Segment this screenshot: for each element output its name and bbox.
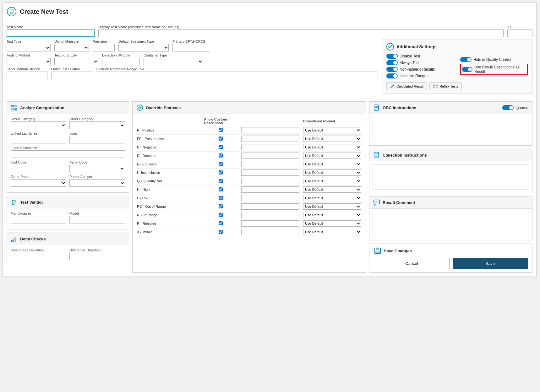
allow-custom-cell[interactable] <box>202 211 239 219</box>
allow-custom-checkbox[interactable] <box>219 213 223 217</box>
collection-textarea[interactable] <box>373 165 529 190</box>
considered-cell[interactable]: Use Default <box>301 135 363 143</box>
hide-qc-pill[interactable] <box>460 57 472 62</box>
parent-analyte-select[interactable] <box>69 179 125 187</box>
considered-select[interactable]: Use Default <box>303 161 361 167</box>
order-panel-select[interactable] <box>11 179 66 187</box>
allow-custom-cell[interactable] <box>202 169 239 177</box>
allow-custom-checkbox[interactable] <box>219 187 223 191</box>
always-test-pill[interactable] <box>386 60 398 65</box>
allow-custom-cell[interactable] <box>202 160 239 169</box>
precision-input[interactable] <box>93 44 115 51</box>
detection-input[interactable] <box>102 58 140 65</box>
cpt-input[interactable] <box>172 44 210 51</box>
always-test-toggle[interactable]: Always Test <box>386 60 454 65</box>
considered-cell[interactable]: Use Default <box>301 177 363 185</box>
allow-custom-checkbox[interactable] <box>219 196 223 200</box>
test-dilution-input[interactable] <box>51 72 92 79</box>
test-code-input[interactable] <box>11 165 66 172</box>
id-input[interactable]: 0 <box>507 30 532 37</box>
test-type-select[interactable] <box>7 44 51 51</box>
considered-cell[interactable]: Use Default <box>301 202 363 211</box>
custom-desc-input[interactable] <box>241 186 299 193</box>
considered-select[interactable]: Use Default <box>303 127 361 133</box>
considered-select[interactable]: Use Default <box>303 229 361 235</box>
allow-custom-checkbox[interactable] <box>219 204 223 208</box>
considered-select[interactable]: Use Default <box>303 203 361 210</box>
custom-desc-cell[interactable] <box>239 194 301 202</box>
linked-lab-input[interactable] <box>11 136 66 143</box>
considered-select[interactable]: Use Default <box>303 186 361 193</box>
obc-textarea[interactable] <box>373 117 529 142</box>
allow-custom-cell[interactable] <box>202 177 239 185</box>
custom-desc-input[interactable] <box>241 144 299 150</box>
allow-custom-checkbox[interactable] <box>219 162 223 166</box>
considered-select[interactable]: Use Default <box>303 220 361 227</box>
considered-select[interactable]: Use Default <box>303 178 361 184</box>
custom-desc-cell[interactable] <box>239 126 301 135</box>
considered-cell[interactable]: Use Default <box>301 126 363 135</box>
considered-cell[interactable]: Use Default <box>301 185 363 194</box>
custom-desc-cell[interactable] <box>239 219 301 228</box>
custom-desc-cell[interactable] <box>239 228 301 236</box>
allow-custom-cell[interactable] <box>202 202 239 211</box>
supply-select[interactable] <box>54 58 98 65</box>
custom-desc-input[interactable] <box>241 169 299 176</box>
custom-desc-input[interactable] <box>241 161 299 167</box>
custom-desc-input[interactable] <box>241 127 299 133</box>
inclusive-ranges-pill[interactable] <box>386 73 398 78</box>
custom-desc-cell[interactable] <box>239 211 301 219</box>
considered-select[interactable]: Use Default <box>303 153 361 159</box>
considered-cell[interactable]: Use Default <box>301 169 363 177</box>
percentage-input[interactable] <box>11 253 66 260</box>
considered-cell[interactable]: Use Default <box>301 152 363 160</box>
unit-select[interactable] <box>54 44 89 51</box>
custom-desc-input[interactable] <box>241 195 299 201</box>
loinc-input[interactable] <box>69 136 125 143</box>
custom-desc-cell[interactable] <box>239 143 301 152</box>
container-select[interactable] <box>144 58 203 65</box>
allow-custom-cell[interactable] <box>202 135 239 143</box>
allow-custom-checkbox[interactable] <box>219 137 223 141</box>
considered-select[interactable]: Use Default <box>303 195 361 201</box>
custom-desc-cell[interactable] <box>239 177 301 185</box>
allow-custom-cell[interactable] <box>202 185 239 194</box>
considered-cell[interactable]: Use Default <box>301 211 363 219</box>
allow-custom-checkbox[interactable] <box>219 128 223 132</box>
allow-custom-checkbox[interactable] <box>219 221 223 225</box>
cancel-button[interactable]: Cancel <box>374 258 450 269</box>
custom-desc-input[interactable] <box>241 212 299 218</box>
considered-cell[interactable]: Use Default <box>301 194 363 202</box>
allow-custom-checkbox[interactable] <box>219 170 223 175</box>
custom-desc-input[interactable] <box>241 229 299 235</box>
result-comment-textarea[interactable] <box>373 212 529 237</box>
custom-desc-cell[interactable] <box>239 135 301 143</box>
allow-custom-checkbox[interactable] <box>219 153 223 158</box>
considered-select[interactable]: Use Default <box>303 136 361 142</box>
model-input[interactable] <box>69 216 125 223</box>
custom-desc-input[interactable] <box>241 153 299 159</box>
hide-qc-toggle[interactable]: Hide in Quality Control <box>460 57 528 62</box>
allow-custom-cell[interactable] <box>202 152 239 160</box>
allow-custom-checkbox[interactable] <box>219 230 223 234</box>
allow-custom-checkbox[interactable] <box>219 179 223 183</box>
custom-desc-input[interactable] <box>241 178 299 184</box>
difference-input[interactable] <box>69 253 125 260</box>
save-button[interactable]: Save <box>453 258 528 269</box>
custom-desc-input[interactable] <box>241 136 299 142</box>
loinc-desc-input[interactable] <box>11 150 125 158</box>
manufacturer-input[interactable] <box>11 216 66 223</box>
reflex-tests-button[interactable]: Reflex Tests <box>429 82 462 90</box>
manual-dilution-input[interactable] <box>7 72 47 79</box>
considered-cell[interactable]: Use Default <box>301 160 363 169</box>
custom-desc-input[interactable] <box>241 220 299 227</box>
custom-desc-cell[interactable] <box>239 160 301 169</box>
considered-cell[interactable]: Use Default <box>301 219 363 228</box>
inclusive-ranges-toggle[interactable]: Inclusive Ranges <box>386 73 454 78</box>
custom-desc-cell[interactable] <box>239 202 301 211</box>
result-category-select[interactable] <box>11 121 66 129</box>
considered-cell[interactable]: Use Default <box>301 143 363 152</box>
display-name-input[interactable] <box>98 30 504 37</box>
obc-toggle-pill[interactable] <box>502 105 514 110</box>
considered-select[interactable]: Use Default <box>303 212 361 218</box>
